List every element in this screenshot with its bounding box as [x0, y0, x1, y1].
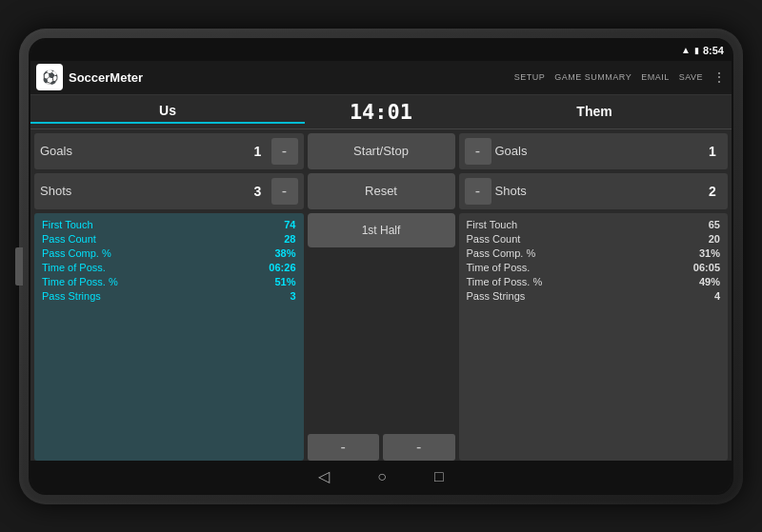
center-left-minus[interactable]: - — [308, 434, 380, 461]
us-shots-minus[interactable]: - — [271, 178, 298, 205]
tablet-device: ▲ ▮ 8:54 ⚽ SoccerMeter SETUP GAME SUMMAR… — [19, 29, 743, 504]
game-timer: 14:01 — [350, 100, 412, 124]
us-pass-strings-value: 3 — [290, 290, 295, 302]
us-shots-value: 3 — [249, 184, 268, 199]
us-pass-count-value: 28 — [284, 233, 295, 245]
them-pass-count-value: 20 — [709, 233, 720, 245]
reset-button[interactable]: Reset — [308, 173, 455, 209]
them-goals-row: - Goals 1 — [459, 133, 729, 169]
us-pass-comp-value: 38% — [274, 247, 295, 259]
them-pass-comp-label: Pass Comp. % — [467, 247, 536, 259]
score-header: Us 14:01 Them — [30, 95, 732, 129]
team-us-label: Us — [159, 103, 176, 118]
status-time: 8:54 — [703, 45, 724, 56]
them-time-poss-value: 06:05 — [693, 262, 720, 273]
recent-button[interactable]: □ — [434, 468, 444, 485]
navigation-bar: ◁ ○ □ — [30, 461, 732, 493]
them-goals-label: Goals — [495, 144, 700, 158]
us-first-touch-line: First Touch 74 — [42, 219, 296, 230]
team-them-label: Them — [576, 104, 612, 119]
left-panel-us: Goals 1 - Shots 3 - First Touch 7 — [34, 133, 304, 461]
wifi-icon: ▲ — [681, 45, 691, 55]
home-button[interactable]: ○ — [377, 468, 387, 485]
them-time-poss-line: Time of Poss. 06:05 — [467, 262, 721, 273]
them-time-poss-pct-value: 49% — [699, 276, 720, 287]
us-goals-value: 1 — [249, 144, 268, 159]
us-stats-box: First Touch 74 Pass Count 28 Pass Comp. … — [34, 213, 304, 461]
us-shots-row: Shots 3 - — [34, 173, 304, 209]
nav-save[interactable]: SAVE — [679, 72, 703, 82]
them-pass-strings-line: Pass Strings 4 — [467, 290, 721, 302]
them-pass-count-line: Pass Count 20 — [467, 233, 721, 245]
us-pass-strings-line: Pass Strings 3 — [42, 290, 296, 302]
them-pass-count-label: Pass Count — [467, 233, 521, 245]
half-button[interactable]: 1st Half — [308, 213, 455, 247]
us-pass-comp-line: Pass Comp. % 38% — [42, 247, 296, 259]
us-time-poss-pct-line: Time of Poss. % 51% — [42, 276, 296, 287]
app-bar: ⚽ SoccerMeter SETUP GAME SUMMARY EMAIL S… — [30, 61, 732, 95]
them-goals-minus[interactable]: - — [465, 138, 491, 165]
right-panel-them: - Goals 1 - Shots 2 First Touch 6 — [459, 133, 729, 461]
them-shots-minus[interactable]: - — [465, 178, 491, 205]
nav-setup[interactable]: SETUP — [514, 72, 546, 82]
app-nav: SETUP GAME SUMMARY EMAIL SAVE ⋮ — [514, 69, 726, 85]
volume-button[interactable] — [15, 247, 23, 286]
start-stop-button[interactable]: Start/Stop — [308, 133, 455, 169]
game-area: Goals 1 - Shots 3 - First Touch 7 — [30, 129, 732, 461]
us-goals-label: Goals — [40, 144, 245, 158]
us-goals-minus[interactable]: - — [271, 138, 298, 165]
us-time-poss-pct-label: Time of Poss. % — [42, 276, 118, 287]
status-icons: ▲ ▮ 8:54 — [681, 45, 724, 56]
them-shots-row: - Shots 2 — [459, 173, 729, 209]
them-pass-strings-value: 4 — [714, 290, 720, 302]
app-logo-icon: ⚽ — [36, 64, 63, 90]
them-pass-comp-value: 31% — [699, 247, 720, 259]
nav-email[interactable]: EMAIL — [641, 72, 670, 82]
us-pass-strings-label: Pass Strings — [42, 290, 101, 302]
them-first-touch-value: 65 — [709, 219, 720, 230]
them-first-touch-line: First Touch 65 — [467, 219, 721, 230]
us-time-poss-label: Time of Poss. — [42, 262, 106, 273]
them-goals-value: 1 — [703, 144, 722, 159]
overflow-menu-icon[interactable]: ⋮ — [712, 69, 726, 85]
nav-game-summary[interactable]: GAME SUMMARY — [554, 72, 632, 82]
center-panel: Start/Stop Reset 1st Half - - — [308, 133, 455, 461]
us-time-poss-line: Time of Poss. 06:26 — [42, 262, 296, 273]
them-pass-comp-line: Pass Comp. % 31% — [467, 247, 721, 259]
battery-icon: ▮ — [694, 46, 699, 55]
us-pass-count-line: Pass Count 28 — [42, 233, 296, 245]
us-pass-comp-label: Pass Comp. % — [42, 247, 111, 259]
main-content: Us 14:01 Them Goals 1 - — [30, 95, 732, 461]
them-shots-label: Shots — [495, 184, 700, 198]
them-shots-value: 2 — [703, 184, 722, 199]
us-shots-label: Shots — [40, 184, 245, 198]
us-first-touch-label: First Touch — [42, 219, 93, 230]
tablet-screen: ▲ ▮ 8:54 ⚽ SoccerMeter SETUP GAME SUMMAR… — [29, 38, 733, 495]
us-first-touch-value: 74 — [284, 219, 295, 230]
them-pass-strings-label: Pass Strings — [467, 290, 526, 302]
us-goals-row: Goals 1 - — [34, 133, 304, 169]
us-time-poss-pct-value: 51% — [274, 276, 295, 287]
us-time-poss-value: 06:26 — [269, 262, 295, 273]
them-stats-box: First Touch 65 Pass Count 20 Pass Comp. … — [459, 213, 729, 461]
them-first-touch-label: First Touch — [467, 219, 518, 230]
status-bar: ▲ ▮ 8:54 — [30, 40, 732, 61]
us-pass-count-label: Pass Count — [42, 233, 96, 245]
app-title: SoccerMeter — [69, 70, 514, 85]
them-time-poss-pct-label: Time of Poss. % — [467, 276, 543, 287]
them-time-poss-label: Time of Poss. — [467, 262, 531, 273]
back-button[interactable]: ◁ — [318, 467, 330, 485]
center-right-minus[interactable]: - — [383, 434, 455, 461]
them-time-poss-pct-line: Time of Poss. % 49% — [467, 276, 721, 287]
